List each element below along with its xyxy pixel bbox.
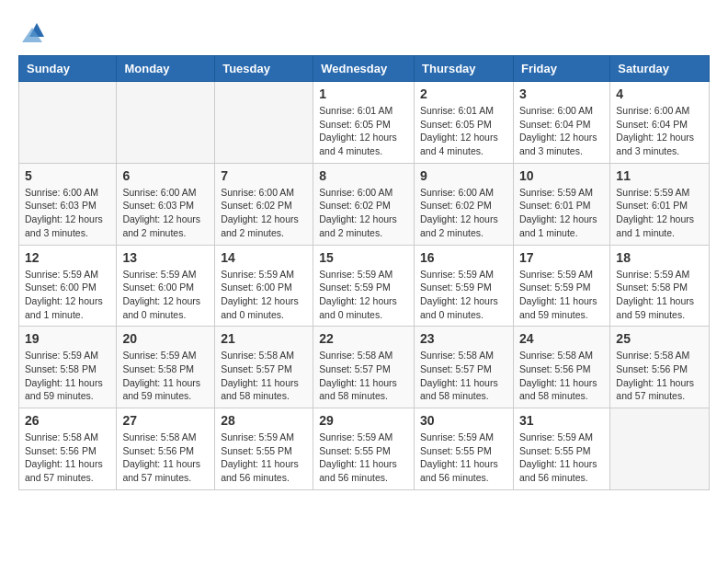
day-number: 16 xyxy=(420,250,507,265)
day-info: Sunrise: 5:58 AM Sunset: 5:56 PM Dayligh… xyxy=(519,349,604,403)
calendar-day-cell xyxy=(117,82,215,164)
day-info: Sunrise: 6:00 AM Sunset: 6:04 PM Dayligh… xyxy=(519,104,604,158)
day-number: 14 xyxy=(221,250,307,265)
calendar-day-cell: 12Sunrise: 5:59 AM Sunset: 6:00 PM Dayli… xyxy=(19,245,117,327)
day-number: 4 xyxy=(616,86,703,101)
day-number: 27 xyxy=(122,413,209,428)
day-number: 26 xyxy=(25,413,110,428)
calendar-day-cell: 28Sunrise: 5:59 AM Sunset: 5:55 PM Dayli… xyxy=(215,408,313,490)
day-info: Sunrise: 5:59 AM Sunset: 5:58 PM Dayligh… xyxy=(25,349,110,403)
calendar-day-cell xyxy=(19,82,117,164)
calendar-day-cell: 15Sunrise: 5:59 AM Sunset: 5:59 PM Dayli… xyxy=(313,245,415,327)
day-number: 18 xyxy=(616,250,703,265)
calendar-day-cell: 24Sunrise: 5:58 AM Sunset: 5:56 PM Dayli… xyxy=(513,327,609,408)
day-of-week-header: Saturday xyxy=(610,56,710,82)
calendar-day-cell: 14Sunrise: 5:59 AM Sunset: 6:00 PM Dayli… xyxy=(215,245,313,327)
day-number: 1 xyxy=(319,86,408,101)
calendar-week-row: 12Sunrise: 5:59 AM Sunset: 6:00 PM Dayli… xyxy=(19,245,710,327)
calendar-day-cell: 27Sunrise: 5:58 AM Sunset: 5:56 PM Dayli… xyxy=(117,408,215,490)
day-info: Sunrise: 6:00 AM Sunset: 6:03 PM Dayligh… xyxy=(122,186,209,240)
day-number: 21 xyxy=(221,331,307,346)
calendar-day-cell xyxy=(610,408,710,490)
calendar-day-cell: 18Sunrise: 5:59 AM Sunset: 5:58 PM Dayli… xyxy=(610,245,710,327)
day-number: 25 xyxy=(616,331,703,346)
day-info: Sunrise: 5:59 AM Sunset: 5:59 PM Dayligh… xyxy=(519,268,604,322)
calendar-day-cell: 16Sunrise: 5:59 AM Sunset: 5:59 PM Dayli… xyxy=(415,245,514,327)
day-info: Sunrise: 5:59 AM Sunset: 5:55 PM Dayligh… xyxy=(319,431,408,485)
calendar-day-cell: 25Sunrise: 5:58 AM Sunset: 5:56 PM Dayli… xyxy=(610,327,710,408)
day-number: 13 xyxy=(122,250,209,265)
day-number: 29 xyxy=(319,413,408,428)
day-number: 17 xyxy=(519,250,604,265)
page-header xyxy=(18,18,710,46)
day-info: Sunrise: 6:01 AM Sunset: 6:05 PM Dayligh… xyxy=(420,104,507,158)
day-info: Sunrise: 5:58 AM Sunset: 5:57 PM Dayligh… xyxy=(420,349,507,403)
calendar-week-row: 26Sunrise: 5:58 AM Sunset: 5:56 PM Dayli… xyxy=(19,408,710,490)
calendar-day-cell: 21Sunrise: 5:58 AM Sunset: 5:57 PM Dayli… xyxy=(215,327,313,408)
day-number: 20 xyxy=(122,331,209,346)
day-info: Sunrise: 6:00 AM Sunset: 6:02 PM Dayligh… xyxy=(319,186,408,240)
day-info: Sunrise: 5:59 AM Sunset: 5:59 PM Dayligh… xyxy=(319,268,408,322)
day-info: Sunrise: 5:58 AM Sunset: 5:56 PM Dayligh… xyxy=(25,431,110,485)
day-of-week-header: Wednesday xyxy=(313,56,415,82)
day-info: Sunrise: 5:59 AM Sunset: 5:55 PM Dayligh… xyxy=(519,431,604,485)
day-number: 22 xyxy=(319,331,408,346)
day-info: Sunrise: 5:59 AM Sunset: 5:59 PM Dayligh… xyxy=(420,268,507,322)
calendar-day-cell: 5Sunrise: 6:00 AM Sunset: 6:03 PM Daylig… xyxy=(19,163,117,245)
day-info: Sunrise: 6:00 AM Sunset: 6:04 PM Dayligh… xyxy=(616,104,703,158)
calendar-day-cell: 11Sunrise: 5:59 AM Sunset: 6:01 PM Dayli… xyxy=(610,163,710,245)
calendar-week-row: 19Sunrise: 5:59 AM Sunset: 5:58 PM Dayli… xyxy=(19,327,710,408)
day-number: 8 xyxy=(319,168,408,183)
day-number: 3 xyxy=(519,86,604,101)
day-number: 11 xyxy=(616,168,703,183)
calendar-day-cell: 22Sunrise: 5:58 AM Sunset: 5:57 PM Dayli… xyxy=(313,327,415,408)
day-number: 28 xyxy=(221,413,307,428)
calendar-day-cell: 6Sunrise: 6:00 AM Sunset: 6:03 PM Daylig… xyxy=(117,163,215,245)
calendar-day-cell: 2Sunrise: 6:01 AM Sunset: 6:05 PM Daylig… xyxy=(415,82,514,164)
day-of-week-header: Sunday xyxy=(19,56,117,82)
day-info: Sunrise: 5:59 AM Sunset: 5:55 PM Dayligh… xyxy=(420,431,507,485)
day-info: Sunrise: 5:59 AM Sunset: 6:00 PM Dayligh… xyxy=(122,268,209,322)
day-number: 24 xyxy=(519,331,604,346)
day-info: Sunrise: 5:59 AM Sunset: 6:00 PM Dayligh… xyxy=(25,268,110,322)
day-number: 5 xyxy=(25,168,110,183)
calendar-day-cell: 23Sunrise: 5:58 AM Sunset: 5:57 PM Dayli… xyxy=(415,327,514,408)
day-info: Sunrise: 6:00 AM Sunset: 6:02 PM Dayligh… xyxy=(420,186,507,240)
calendar-day-cell: 8Sunrise: 6:00 AM Sunset: 6:02 PM Daylig… xyxy=(313,163,415,245)
calendar-week-row: 5Sunrise: 6:00 AM Sunset: 6:03 PM Daylig… xyxy=(19,163,710,245)
day-number: 12 xyxy=(25,250,110,265)
logo xyxy=(18,18,50,46)
day-number: 30 xyxy=(420,413,507,428)
calendar-table: SundayMondayTuesdayWednesdayThursdayFrid… xyxy=(18,55,710,490)
calendar-day-cell xyxy=(215,82,313,164)
day-number: 7 xyxy=(221,168,307,183)
day-info: Sunrise: 6:00 AM Sunset: 6:03 PM Dayligh… xyxy=(25,186,110,240)
calendar-day-cell: 29Sunrise: 5:59 AM Sunset: 5:55 PM Dayli… xyxy=(313,408,415,490)
calendar-day-cell: 17Sunrise: 5:59 AM Sunset: 5:59 PM Dayli… xyxy=(513,245,609,327)
day-info: Sunrise: 5:59 AM Sunset: 6:01 PM Dayligh… xyxy=(519,186,604,240)
day-number: 31 xyxy=(519,413,604,428)
calendar-week-row: 1Sunrise: 6:01 AM Sunset: 6:05 PM Daylig… xyxy=(19,82,710,164)
day-number: 10 xyxy=(519,168,604,183)
day-info: Sunrise: 5:59 AM Sunset: 6:01 PM Dayligh… xyxy=(616,186,703,240)
calendar-day-cell: 31Sunrise: 5:59 AM Sunset: 5:55 PM Dayli… xyxy=(513,408,609,490)
logo-icon xyxy=(18,18,46,46)
calendar-day-cell: 20Sunrise: 5:59 AM Sunset: 5:58 PM Dayli… xyxy=(117,327,215,408)
day-number: 2 xyxy=(420,86,507,101)
calendar-day-cell: 4Sunrise: 6:00 AM Sunset: 6:04 PM Daylig… xyxy=(610,82,710,164)
day-info: Sunrise: 5:58 AM Sunset: 5:57 PM Dayligh… xyxy=(319,349,408,403)
day-number: 6 xyxy=(122,168,209,183)
calendar-day-cell: 9Sunrise: 6:00 AM Sunset: 6:02 PM Daylig… xyxy=(415,163,514,245)
day-info: Sunrise: 5:58 AM Sunset: 5:56 PM Dayligh… xyxy=(616,349,703,403)
calendar-day-cell: 30Sunrise: 5:59 AM Sunset: 5:55 PM Dayli… xyxy=(415,408,514,490)
day-info: Sunrise: 6:01 AM Sunset: 6:05 PM Dayligh… xyxy=(319,104,408,158)
calendar-day-cell: 10Sunrise: 5:59 AM Sunset: 6:01 PM Dayli… xyxy=(513,163,609,245)
calendar-day-cell: 7Sunrise: 6:00 AM Sunset: 6:02 PM Daylig… xyxy=(215,163,313,245)
calendar-day-cell: 1Sunrise: 6:01 AM Sunset: 6:05 PM Daylig… xyxy=(313,82,415,164)
calendar-day-cell: 19Sunrise: 5:59 AM Sunset: 5:58 PM Dayli… xyxy=(19,327,117,408)
day-number: 23 xyxy=(420,331,507,346)
day-info: Sunrise: 5:58 AM Sunset: 5:57 PM Dayligh… xyxy=(221,349,307,403)
day-info: Sunrise: 5:59 AM Sunset: 6:00 PM Dayligh… xyxy=(221,268,307,322)
day-info: Sunrise: 5:58 AM Sunset: 5:56 PM Dayligh… xyxy=(122,431,209,485)
day-of-week-header: Thursday xyxy=(415,56,514,82)
